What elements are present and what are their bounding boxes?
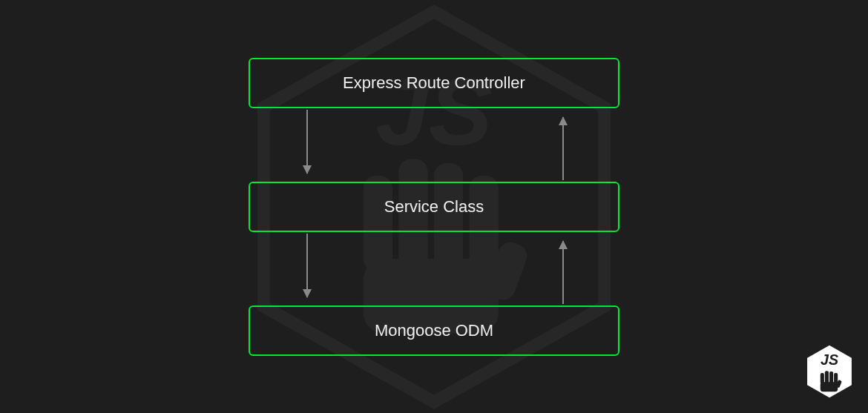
arrow-up-icon — [562, 117, 564, 180]
box-label: Service Class — [384, 197, 484, 217]
svg-rect-10 — [821, 373, 824, 383]
box-express-route-controller: Express Route Controller — [249, 58, 619, 108]
js-fist-logo-icon: JS — [804, 343, 855, 400]
svg-rect-11 — [825, 371, 829, 383]
box-service-class: Service Class — [249, 182, 619, 232]
arrow-down-icon — [306, 234, 308, 297]
box-label: Mongoose ODM — [375, 321, 493, 340]
arrow-down-icon — [306, 110, 308, 174]
svg-rect-13 — [834, 373, 838, 383]
box-mongoose-odm: Mongoose ODM — [249, 305, 619, 356]
arrow-up-icon — [562, 241, 564, 304]
svg-text:JS: JS — [821, 351, 838, 368]
box-label: Express Route Controller — [343, 73, 525, 93]
svg-rect-12 — [829, 371, 833, 383]
architecture-diagram: Express Route Controller Service Class M… — [0, 0, 868, 413]
svg-rect-14 — [821, 382, 838, 391]
